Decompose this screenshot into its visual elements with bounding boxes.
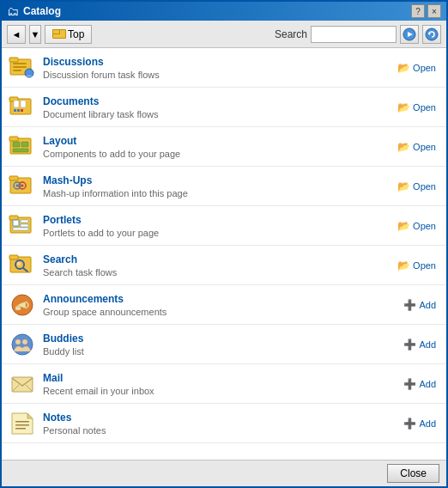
- list-item: ... Discussions Discussion forum task fl…: [2, 48, 446, 88]
- layout-info: Layout Components to add to your page: [43, 135, 394, 159]
- mashups-open-button[interactable]: 📂 Open: [394, 179, 439, 194]
- open-folder-icon: 📂: [397, 101, 410, 113]
- svg-point-44: [22, 339, 27, 345]
- svg-rect-48: [15, 421, 29, 423]
- back-button[interactable]: ◄: [7, 25, 26, 44]
- search-input[interactable]: [311, 26, 397, 43]
- add-icon: ➕: [403, 339, 416, 351]
- discussions-open-button[interactable]: 📂 Open: [394, 60, 439, 76]
- svg-rect-15: [14, 109, 16, 112]
- svg-rect-7: [13, 66, 27, 68]
- documents-title[interactable]: Documents: [43, 95, 394, 107]
- documents-icon: [9, 94, 36, 121]
- add-icon: ➕: [403, 299, 416, 311]
- mail-title[interactable]: Mail: [43, 372, 400, 384]
- breadcrumb-top[interactable]: Top: [45, 25, 92, 44]
- svg-point-27: [16, 184, 19, 186]
- list-item: Mail Recent email in your inbox ➕ Add: [2, 364, 446, 404]
- svg-point-42: [12, 334, 33, 355]
- mashups-title[interactable]: Mash-Ups: [43, 174, 394, 186]
- catalog-icon: 🗂: [7, 4, 19, 18]
- svg-rect-22: [13, 149, 28, 152]
- refresh-button[interactable]: [422, 25, 441, 44]
- breadcrumb-label: Top: [68, 28, 84, 40]
- help-button[interactable]: ?: [411, 4, 425, 18]
- svg-point-28: [21, 184, 24, 186]
- list-item: Search Search task flows 📂 Open: [2, 246, 446, 285]
- close-title-button[interactable]: ×: [427, 4, 441, 18]
- svg-marker-47: [27, 413, 33, 418]
- layout-title[interactable]: Layout: [43, 135, 394, 147]
- svg-rect-19: [9, 137, 18, 141]
- notes-desc: Personal notes: [43, 425, 400, 436]
- announcements-add-button[interactable]: ➕ Add: [400, 297, 439, 313]
- toolbar: ◄ ▼ Top Search: [2, 21, 446, 48]
- mashups-desc: Mash-up information into this page: [43, 188, 394, 198]
- discussions-icon: ...: [9, 54, 36, 82]
- catalog-list[interactable]: ... Discussions Discussion forum task fl…: [2, 48, 446, 460]
- svg-rect-6: [13, 63, 27, 64]
- documents-open-button[interactable]: 📂 Open: [394, 100, 439, 115]
- svg-rect-41: [15, 307, 21, 310]
- svg-rect-16: [17, 109, 20, 112]
- search-go-button[interactable]: [400, 25, 419, 44]
- close-button[interactable]: Close: [387, 464, 439, 483]
- svg-rect-50: [15, 428, 26, 430]
- svg-rect-14: [21, 101, 26, 107]
- layout-desc: Components to add to your page: [43, 149, 394, 159]
- mail-icon: [9, 370, 36, 398]
- notes-title[interactable]: Notes: [43, 412, 400, 424]
- announcements-icon: [9, 291, 36, 319]
- add-icon: ➕: [403, 378, 416, 390]
- svg-rect-33: [21, 224, 28, 227]
- list-item: Buddies Buddy list ➕ Add: [2, 325, 446, 364]
- list-item: Layout Components to add to your page 📂 …: [2, 127, 446, 167]
- svg-rect-34: [13, 228, 28, 230]
- discussions-title[interactable]: Discussions: [43, 56, 394, 68]
- announcements-title[interactable]: Announcements: [43, 293, 400, 305]
- documents-info: Documents Document library task flows: [43, 95, 394, 119]
- svg-rect-20: [13, 142, 20, 147]
- search-info: Search Search task flows: [43, 253, 394, 278]
- notes-add-button[interactable]: ➕ Add: [400, 416, 439, 431]
- folder-icon: [52, 29, 64, 39]
- announcements-desc: Group space announcements: [43, 307, 400, 317]
- svg-rect-24: [9, 176, 18, 180]
- svg-rect-5: [9, 58, 18, 62]
- buddies-title[interactable]: Buddies: [43, 332, 400, 345]
- mail-desc: Recent email in your inbox: [43, 386, 400, 396]
- svg-rect-49: [15, 424, 29, 426]
- open-folder-icon: 📂: [397, 220, 410, 232]
- portlets-title[interactable]: Portlets: [43, 214, 394, 226]
- catalog-window: 🗂 Catalog ? × ◄ ▼ Top Search: [0, 0, 448, 488]
- title-bar-left: 🗂 Catalog: [7, 4, 61, 18]
- svg-point-43: [15, 339, 21, 345]
- list-item: Portlets Portlets to add to your page 📂 …: [2, 206, 446, 246]
- svg-rect-36: [9, 255, 18, 259]
- buddies-add-button[interactable]: ➕ Add: [400, 337, 439, 352]
- portlets-open-button[interactable]: 📂 Open: [394, 218, 439, 234]
- bottom-bar: Close: [2, 460, 446, 486]
- layout-open-button[interactable]: 📂 Open: [394, 139, 439, 155]
- title-bar: 🗂 Catalog ? ×: [2, 2, 446, 21]
- search-item-title[interactable]: Search: [43, 253, 394, 265]
- mail-add-button[interactable]: ➕ Add: [400, 376, 439, 392]
- buddies-icon: [9, 331, 36, 358]
- svg-rect-45: [12, 377, 33, 392]
- portlets-info: Portlets Portlets to add to your page: [43, 214, 394, 238]
- search-label: Search: [275, 28, 307, 40]
- window-title: Catalog: [23, 5, 61, 17]
- back-dropdown-button[interactable]: ▼: [29, 25, 41, 44]
- open-folder-icon: 📂: [397, 62, 410, 74]
- svg-rect-17: [21, 109, 23, 112]
- svg-point-39: [17, 262, 21, 265]
- title-buttons: ? ×: [411, 4, 441, 18]
- search-open-button[interactable]: 📂 Open: [394, 258, 439, 273]
- svg-rect-30: [9, 216, 18, 220]
- discussions-desc: Discussion forum task flows: [43, 70, 394, 80]
- search-desc: Search task flows: [43, 267, 394, 278]
- content-area: ... Discussions Discussion forum task fl…: [2, 48, 446, 460]
- portlets-icon: [9, 212, 36, 240]
- discussions-info: Discussions Discussion forum task flows: [43, 56, 394, 80]
- svg-rect-32: [21, 220, 28, 223]
